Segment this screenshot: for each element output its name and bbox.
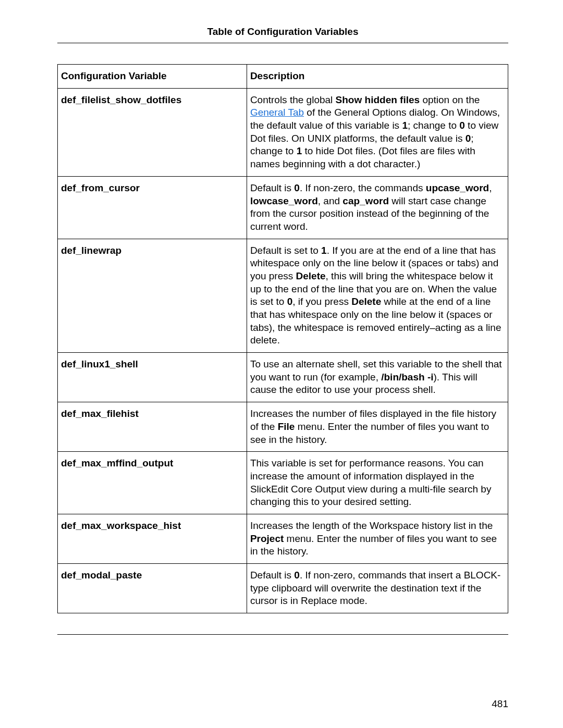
table-row: def_filelist_show_dotfiles Controls the … (58, 88, 508, 176)
var-description: Default is set to 1. If you are at the e… (247, 239, 508, 353)
link-general-tab[interactable]: General Tab (250, 107, 304, 118)
header-rule (57, 43, 508, 43)
var-name: def_max_filehist (58, 402, 247, 452)
var-name: def_linux1_shell (58, 353, 247, 402)
table-row: def_max_workspace_hist Increases the len… (58, 514, 508, 563)
var-name: def_from_cursor (58, 176, 247, 239)
var-name: def_max_mffind_output (58, 452, 247, 514)
page-number: 481 (492, 698, 508, 710)
footer-rule (57, 634, 508, 635)
table-row: def_max_filehist Increases the number of… (58, 402, 508, 452)
var-name: def_linewrap (58, 239, 247, 353)
var-description: Increases the number of files displayed … (247, 402, 508, 452)
var-name: def_max_workspace_hist (58, 514, 247, 563)
var-name: def_filelist_show_dotfiles (58, 88, 247, 176)
var-name: def_modal_paste (58, 564, 247, 613)
table-row: def_linewrap Default is set to 1. If you… (58, 239, 508, 353)
table-row: def_linux1_shell To use an alternate she… (58, 353, 508, 402)
var-description: Default is 0. If non-zero, commands that… (247, 564, 508, 613)
table-row: def_max_mffind_output This variable is s… (58, 452, 508, 514)
var-description: This variable is set for performance rea… (247, 452, 508, 514)
table-row: def_modal_paste Default is 0. If non-zer… (58, 564, 508, 613)
table-row: def_from_cursor Default is 0. If non-zer… (58, 176, 508, 239)
col-header-description: Description (247, 65, 508, 89)
page-title: Table of Configuration Variables (57, 26, 508, 43)
var-description: Controls the global Show hidden files op… (247, 88, 508, 176)
var-description: Default is 0. If non-zero, the commands … (247, 176, 508, 239)
table-header-row: Configuration Variable Description (58, 65, 508, 89)
config-table: Configuration Variable Description def_f… (57, 64, 508, 613)
page-container: Table of Configuration Variables Configu… (0, 0, 563, 728)
var-description: Increases the length of the Workspace hi… (247, 514, 508, 563)
col-header-variable: Configuration Variable (58, 65, 247, 89)
var-description: To use an alternate shell, set this vari… (247, 353, 508, 402)
